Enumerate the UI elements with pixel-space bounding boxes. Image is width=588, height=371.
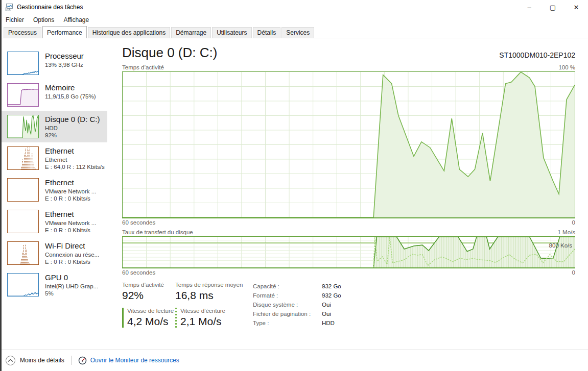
tabstrip: Processus Performance Historique des app… — [0, 26, 588, 38]
background-window-edge — [0, 0, 2, 371]
mini-chart-icon — [7, 178, 39, 202]
sidebar-item-ethernet[interactable]: EthernetEthernetE : 64,0 R : 112 Kbits/s — [0, 142, 107, 174]
sidebar-item-title: Mémoire — [45, 83, 96, 93]
less-details-label[interactable]: Moins de détails — [20, 357, 64, 364]
sidebar-item-subtext: E : 0 R : 0 Kbits/s — [45, 195, 96, 202]
disk-details-table: Capacité :932 GoFormaté :932 GoDisque sy… — [253, 282, 341, 328]
task-manager-app-icon — [5, 3, 13, 11]
sidebar-item-text: Wi-Fi DirectConnexion au rése...E : 0 R … — [45, 241, 99, 266]
stat-write-value: 2,1 Mo/s — [180, 315, 253, 328]
titlebar: Gestionnaire des tâches – ▢ ✕ — [0, 0, 588, 14]
close-button[interactable]: ✕ — [565, 0, 588, 14]
sidebar-item-title: Wi-Fi Direct — [45, 241, 99, 251]
detail-value: 932 Go — [322, 291, 341, 300]
page-title: Disque 0 (D: C:) — [122, 45, 217, 61]
mini-chart-icon — [7, 210, 39, 233]
footer-bar: Moins de détails Ouvrir le Moniteur de r… — [0, 349, 588, 371]
sidebar-item-subtext: E : 0 R : 0 Kbits/s — [45, 227, 96, 234]
footer-divider — [71, 356, 72, 365]
detail-value: 932 Go — [322, 282, 341, 291]
tab-utilisateurs[interactable]: Utilisateurs — [212, 27, 251, 38]
stat-response-label: Temps de réponse moyen — [175, 282, 253, 288]
sidebar-item-disque-0-d-c-[interactable]: Disque 0 (D: C:)HDD92% — [0, 111, 107, 142]
transfer-rate-chart[interactable]: 800 Ko/s — [122, 236, 575, 268]
detail-row: Fichier de pagination :Oui — [253, 309, 341, 318]
sidebar-item-processeur[interactable]: Processeur13% 3,98 GHz — [0, 47, 107, 79]
sidebar-item-subtext: VMware Network ... — [45, 219, 96, 227]
mini-chart-icon — [7, 83, 39, 107]
detail-label: Type : — [253, 318, 322, 328]
tab-demarrage[interactable]: Démarrage — [171, 27, 211, 38]
sidebar-item-wi-fi-direct[interactable]: Wi-Fi DirectConnexion au rése...E : 0 R … — [0, 237, 107, 269]
sidebar-item-text: EthernetEthernetE : 64,0 R : 112 Kbits/s — [45, 146, 105, 171]
sidebar-item-text: Mémoire11,9/15,8 Go (75%) — [45, 83, 96, 100]
maximize-button[interactable]: ▢ — [541, 0, 565, 14]
detail-row: Disque système :Oui — [253, 300, 341, 309]
detail-label: Capacité : — [253, 282, 322, 291]
sidebar-item-text: EthernetVMware Network ...E : 0 R : 0 Kb… — [45, 210, 96, 234]
sidebar-item-gpu-0[interactable]: GPU 0Intel(R) UHD Grap...5% — [0, 269, 107, 301]
mini-chart-icon — [7, 273, 39, 296]
mini-chart-icon — [7, 241, 39, 265]
chart1-label: Temps d’activité — [122, 64, 164, 70]
stat-write-speed: Vitesse d’écriture 2,1 Mo/s — [175, 308, 253, 328]
tab-processus[interactable]: Processus — [4, 27, 41, 38]
chevron-up-icon — [8, 359, 13, 362]
sidebar-item-subtext: 11,9/15,8 Go (75%) — [45, 93, 96, 100]
sidebar-item-subtext: Connexion au rése... — [45, 251, 99, 258]
stat-response: Temps de réponse moyen 16,8 ms — [175, 282, 253, 302]
detail-label: Disque système : — [253, 300, 322, 309]
sidebar-item-text: GPU 0Intel(R) UHD Grap...5% — [45, 273, 98, 298]
performance-sidebar: Processeur13% 3,98 GHzMémoire11,9/15,8 G… — [0, 38, 107, 349]
chart2-x-left-label: 60 secondes — [122, 269, 155, 276]
mini-chart-icon — [7, 52, 39, 75]
activity-chart[interactable] — [122, 71, 575, 218]
sidebar-item-m-moire[interactable]: Mémoire11,9/15,8 Go (75%) — [0, 79, 107, 111]
open-resource-monitor-link[interactable]: Ouvrir le Moniteur de ressources — [90, 357, 179, 364]
stat-read-value: 4,2 Mo/s — [127, 315, 175, 328]
detail-value: HDD — [322, 318, 335, 328]
tab-services[interactable]: Services — [281, 27, 314, 38]
chart2-x-right-label: 0 — [572, 269, 575, 276]
disk-performance-panel: Disque 0 (D: C:) ST1000DM010-2EP102 Temp… — [107, 38, 588, 349]
resource-monitor-icon — [78, 356, 87, 365]
minimize-button[interactable]: – — [518, 0, 541, 14]
chart2-label: Taux de transfert du disque — [122, 229, 193, 235]
chart2-max-label: 1 Mo/s — [557, 229, 575, 235]
sidebar-item-subtext: HDD — [45, 125, 100, 132]
sidebar-item-ethernet[interactable]: EthernetVMware Network ...E : 0 R : 0 Kb… — [0, 206, 107, 237]
detail-row: Type :HDD — [253, 318, 341, 328]
sidebar-item-ethernet[interactable]: EthernetVMware Network ...E : 0 R : 0 Kb… — [0, 174, 107, 206]
chart1-max-label: 100 % — [558, 64, 575, 70]
ref-line-label: 800 Ko/s — [549, 242, 572, 249]
stat-activity: Temps d’activité 92% — [122, 282, 175, 302]
detail-label: Fichier de pagination : — [253, 309, 322, 318]
stat-activity-label: Temps d’activité — [122, 282, 175, 288]
chart1-x-left-label: 60 secondes — [122, 219, 155, 226]
tab-performance[interactable]: Performance — [42, 26, 87, 38]
sidebar-item-subtext: E : 64,0 R : 112 Kbits/s — [45, 163, 105, 170]
menu-fichier[interactable]: Fichier — [1, 15, 29, 24]
menu-affichage[interactable]: Affichage — [59, 15, 93, 24]
sidebar-item-subtext: 5% — [45, 290, 98, 297]
detail-row: Formaté :932 Go — [253, 291, 341, 300]
sidebar-item-title: Disque 0 (D: C:) — [45, 115, 100, 125]
sidebar-item-subtext: Intel(R) UHD Grap... — [45, 283, 98, 290]
menu-options[interactable]: Options — [29, 15, 59, 24]
sidebar-item-title: Processeur — [45, 52, 84, 61]
stat-response-value: 16,8 ms — [175, 289, 253, 302]
sidebar-item-title: Ethernet — [45, 210, 96, 219]
tab-details[interactable]: Détails — [253, 27, 281, 38]
detail-value: Oui — [322, 309, 331, 318]
sidebar-item-text: Disque 0 (D: C:)HDD92% — [45, 115, 100, 139]
sidebar-item-title: Ethernet — [45, 178, 96, 188]
collapse-details-button[interactable] — [6, 356, 15, 365]
stat-read-label: Vitesse de lecture — [127, 308, 175, 314]
mini-chart-icon — [7, 115, 39, 138]
sidebar-item-subtext: 13% 3,98 GHz — [45, 61, 84, 68]
tab-historique[interactable]: Historique des applications — [88, 27, 170, 38]
sidebar-item-text: Processeur13% 3,98 GHz — [45, 52, 84, 68]
sidebar-item-subtext: Ethernet — [45, 156, 105, 163]
sidebar-item-title: Ethernet — [45, 146, 105, 156]
window-title: Gestionnaire des tâches — [17, 4, 83, 11]
